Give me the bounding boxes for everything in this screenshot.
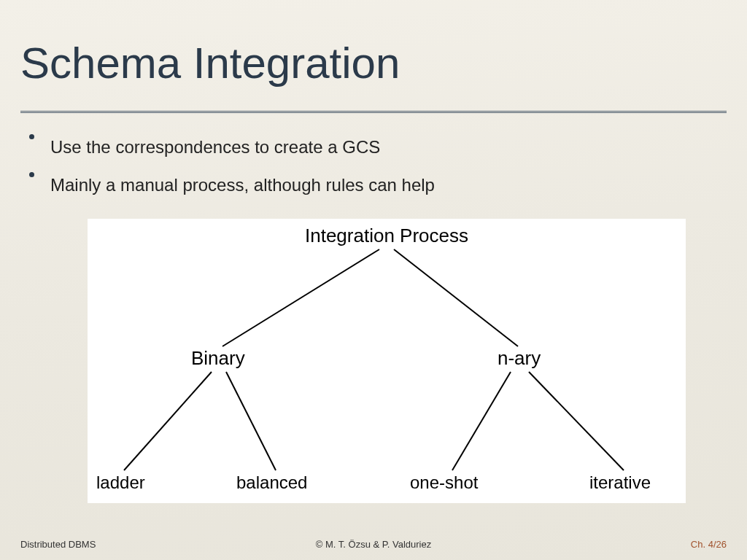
tree-lines bbox=[88, 219, 686, 503]
tree-leaf-balanced: balanced bbox=[236, 472, 307, 493]
tree-leaf-ladder: ladder bbox=[96, 472, 145, 493]
svg-line-3 bbox=[226, 372, 276, 470]
svg-line-4 bbox=[452, 372, 511, 470]
svg-line-5 bbox=[529, 372, 624, 470]
tree-diagram: Integration Process Binary n-ary ladder … bbox=[88, 219, 686, 503]
bullet-icon bbox=[29, 134, 34, 139]
bullet-text: Use the correspondences to create a GCS bbox=[50, 136, 380, 159]
bullet-list: Use the correspondences to create a GCS … bbox=[29, 131, 718, 208]
page-title: Schema Integration bbox=[20, 38, 400, 88]
slide-footer: Distributed DBMS © M. T. Özsu & P. Valdu… bbox=[0, 535, 747, 550]
slide: Schema Integration Use the correspondenc… bbox=[0, 0, 747, 560]
svg-line-1 bbox=[394, 249, 518, 346]
footer-left-text: Distributed DBMS bbox=[20, 539, 96, 550]
bullet-icon bbox=[29, 172, 34, 177]
list-item: Use the correspondences to create a GCS bbox=[29, 131, 718, 159]
footer-page-number: Ch. 4/26 bbox=[691, 539, 727, 550]
tree-leaf-oneshot: one-shot bbox=[410, 472, 478, 493]
tree-root-label: Integration Process bbox=[305, 225, 468, 247]
footer-center-text: © M. T. Özsu & P. Valduriez bbox=[316, 539, 431, 550]
bullet-text: Mainly a manual process, although rules … bbox=[50, 174, 435, 197]
tree-node-binary: Binary bbox=[191, 347, 245, 370]
svg-line-0 bbox=[222, 249, 379, 346]
title-divider bbox=[20, 111, 727, 113]
list-item: Mainly a manual process, although rules … bbox=[29, 169, 718, 197]
tree-leaf-iterative: iterative bbox=[589, 472, 651, 493]
tree-node-nary: n-ary bbox=[498, 347, 541, 370]
svg-line-2 bbox=[124, 372, 212, 470]
